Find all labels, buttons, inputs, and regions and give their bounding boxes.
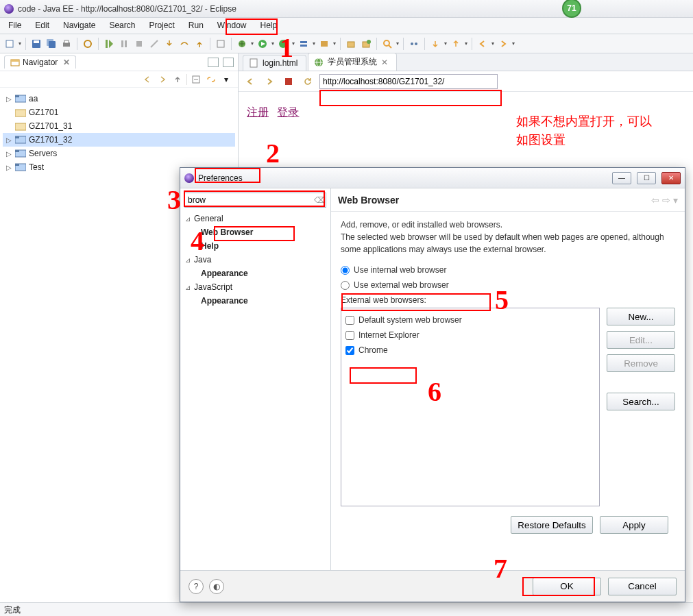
remove-browser-button[interactable]: Remove bbox=[607, 354, 675, 372]
cancel-button[interactable]: Cancel bbox=[608, 578, 677, 595]
minimize-view-button[interactable] bbox=[208, 58, 219, 67]
tree-cat-javascript[interactable]: ⊿JavaScript bbox=[184, 280, 326, 294]
menu-edit[interactable]: Edit bbox=[28, 18, 56, 34]
browser-back-button[interactable] bbox=[243, 74, 258, 89]
radio-external[interactable]: Use external web browser bbox=[341, 278, 675, 293]
browser-checkbox[interactable] bbox=[345, 316, 354, 325]
svg-rect-38 bbox=[15, 150, 19, 152]
print-button[interactable] bbox=[60, 37, 73, 51]
menu-search[interactable]: Search bbox=[102, 18, 142, 34]
tree-item-gz1701[interactable]: GZ1701 bbox=[3, 106, 235, 119]
tree-leaf-web-browser[interactable]: Web Browser bbox=[184, 225, 326, 239]
maximize-view-button[interactable] bbox=[223, 58, 234, 67]
forward-icon[interactable] bbox=[156, 73, 169, 86]
step-return-button[interactable] bbox=[193, 37, 206, 51]
navigator-tab[interactable]: Navigator ✕ bbox=[4, 56, 76, 69]
next-annotation-button[interactable] bbox=[428, 37, 442, 51]
radio-external-input[interactable] bbox=[341, 281, 350, 290]
browser-forward-button[interactable] bbox=[262, 74, 277, 89]
menu-help[interactable]: Help bbox=[254, 18, 284, 34]
server-button[interactable] bbox=[297, 37, 311, 51]
external-browsers-list[interactable]: Default system web browser Internet Expl… bbox=[341, 308, 600, 506]
menu-window[interactable]: Window bbox=[210, 18, 254, 34]
radio-internal-input[interactable] bbox=[341, 266, 350, 275]
back-history-button[interactable] bbox=[476, 37, 489, 51]
ok-button[interactable]: OK bbox=[533, 578, 601, 595]
link-login[interactable]: 登录 bbox=[277, 106, 299, 118]
browser-checkbox[interactable] bbox=[345, 346, 354, 355]
new-server-button[interactable] bbox=[317, 37, 331, 51]
tree-item-gz1701-31[interactable]: GZ1701_31 bbox=[3, 119, 235, 133]
browser-checkbox[interactable] bbox=[345, 331, 354, 340]
browser-stop-button[interactable] bbox=[281, 74, 296, 89]
close-icon[interactable]: ✕ bbox=[63, 58, 70, 67]
tree-label: JavaScript bbox=[194, 282, 232, 292]
tree-item-servers[interactable]: ▷Servers bbox=[3, 147, 235, 160]
up-icon[interactable] bbox=[171, 73, 184, 86]
tree-cat-java[interactable]: ⊿Java bbox=[184, 253, 326, 267]
debug-disconnect-button[interactable] bbox=[147, 37, 161, 51]
close-button[interactable]: ✕ bbox=[661, 172, 681, 184]
back-icon[interactable] bbox=[141, 73, 154, 86]
preferences-filter-input[interactable] bbox=[184, 193, 326, 208]
prev-annotation-button[interactable] bbox=[449, 37, 463, 51]
external-tools-button[interactable] bbox=[276, 37, 290, 51]
edit-browser-button[interactable]: Edit... bbox=[607, 331, 675, 349]
tree-leaf-js-appearance[interactable]: Appearance bbox=[184, 294, 326, 308]
browser-url-input[interactable] bbox=[319, 74, 498, 89]
radio-internal[interactable]: Use internal web browser bbox=[341, 262, 675, 278]
menu-project[interactable]: Project bbox=[142, 18, 181, 34]
clear-filter-icon[interactable]: ⌫ bbox=[314, 195, 324, 205]
debug-resume-button[interactable] bbox=[102, 37, 116, 51]
tree-leaf-help[interactable]: Help bbox=[184, 239, 326, 253]
step-over-button[interactable] bbox=[178, 37, 191, 51]
open-type-button[interactable] bbox=[81, 37, 95, 51]
debug-pause-button[interactable] bbox=[117, 37, 131, 51]
editor-tab-system[interactable]: 学员管理系统 ✕ bbox=[308, 53, 397, 71]
import-export-icon[interactable]: ◐ bbox=[209, 579, 224, 594]
debug-stop-button[interactable] bbox=[132, 37, 146, 51]
tab-label: 学员管理系统 bbox=[328, 56, 377, 68]
close-tab-icon[interactable]: ✕ bbox=[381, 58, 388, 67]
menu-file[interactable]: File bbox=[1, 18, 28, 34]
run-launch-button[interactable] bbox=[256, 37, 269, 51]
build-button[interactable] bbox=[214, 37, 228, 51]
maximize-button[interactable]: ☐ bbox=[637, 172, 656, 184]
search-browser-button[interactable]: Search... bbox=[607, 393, 675, 410]
pref-menu-icon[interactable]: ▾ bbox=[673, 195, 678, 206]
browser-item-ie[interactable]: Internet Explorer bbox=[345, 328, 595, 343]
help-icon[interactable]: ? bbox=[189, 579, 204, 594]
pref-forward-icon[interactable]: ⇨ bbox=[662, 195, 670, 206]
view-menu-icon[interactable]: ▾ bbox=[220, 73, 232, 86]
editor-tab-login[interactable]: login.html bbox=[243, 55, 306, 71]
new-package-button[interactable] bbox=[344, 37, 358, 51]
debug-launch-button[interactable] bbox=[235, 37, 249, 51]
link-register[interactable]: 注册 bbox=[247, 106, 269, 118]
search-toolbar-button[interactable] bbox=[380, 37, 394, 51]
tree-cat-general[interactable]: ⊿General bbox=[184, 212, 326, 225]
restore-defaults-button[interactable]: Restore Defaults bbox=[511, 516, 593, 534]
save-button[interactable] bbox=[29, 37, 43, 51]
new-button[interactable] bbox=[3, 37, 16, 51]
new-browser-button[interactable]: New... bbox=[607, 308, 675, 325]
new-class-button[interactable] bbox=[359, 37, 373, 51]
tree-item-gz1701-32[interactable]: ▷GZ1701_32 bbox=[3, 133, 235, 147]
dialog-titlebar[interactable]: Preferences — ☐ ✕ bbox=[180, 168, 685, 188]
browser-item-default[interactable]: Default system web browser bbox=[345, 312, 595, 328]
menu-run[interactable]: Run bbox=[182, 18, 210, 34]
toggle-breadcrumb-button[interactable] bbox=[407, 37, 421, 51]
tree-item-aa[interactable]: ▷aa bbox=[3, 92, 235, 106]
collapse-all-icon[interactable] bbox=[190, 73, 202, 86]
browser-item-chrome[interactable]: Chrome bbox=[345, 343, 595, 358]
minimize-button[interactable]: — bbox=[612, 172, 631, 184]
pref-back-icon[interactable]: ⇦ bbox=[651, 195, 659, 206]
step-into-button[interactable] bbox=[162, 37, 176, 51]
browser-refresh-button[interactable] bbox=[300, 74, 315, 89]
menu-navigate[interactable]: Navigate bbox=[56, 18, 102, 34]
forward-history-button[interactable] bbox=[496, 37, 510, 51]
navigator-tree[interactable]: ▷aa GZ1701 GZ1701_31 ▷GZ1701_32 ▷Servers… bbox=[0, 88, 238, 178]
tree-leaf-java-appearance[interactable]: Appearance bbox=[184, 267, 326, 280]
apply-button[interactable]: Apply bbox=[600, 516, 668, 534]
save-all-button[interactable] bbox=[45, 37, 58, 51]
link-editor-icon[interactable] bbox=[205, 73, 217, 86]
